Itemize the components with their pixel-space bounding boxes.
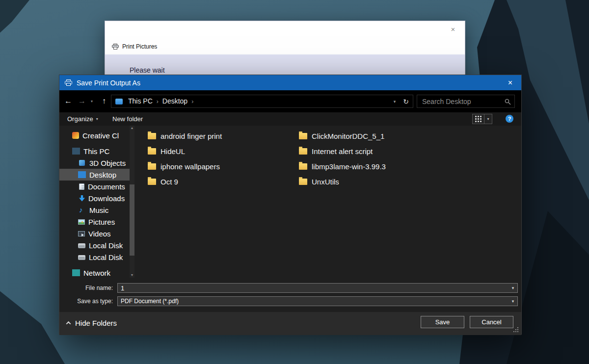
sidebar-item-local-disk-1[interactable]: Local Disk xyxy=(59,239,130,251)
dialog-footer: Hide Folders Save Cancel xyxy=(59,312,521,335)
new-folder-label: New folder xyxy=(112,115,143,123)
cancel-button[interactable]: Cancel xyxy=(470,316,513,328)
sidebar-item-label: Downloads xyxy=(88,194,125,203)
new-folder-button[interactable]: New folder xyxy=(112,112,143,126)
file-item[interactable]: android finger print xyxy=(148,129,293,144)
file-name-label: UnxUtils xyxy=(312,178,339,186)
sidebar-item-label: Videos xyxy=(88,230,111,238)
breadcrumb-item[interactable]: This PC xyxy=(125,95,156,107)
help-icon[interactable]: ? xyxy=(506,115,513,123)
sidebar-item-label: Local Disk xyxy=(89,241,123,250)
sidebar-item-label: Creative Cl xyxy=(82,131,119,140)
back-icon[interactable]: ← xyxy=(63,96,74,106)
file-name-label: android finger print xyxy=(161,132,222,140)
folder-icon xyxy=(148,148,156,155)
folder-icon xyxy=(299,133,307,139)
sidebar-item-label: This PC xyxy=(83,147,109,156)
sidebar-item-videos[interactable]: Videos xyxy=(59,228,130,239)
forward-icon[interactable]: → xyxy=(77,96,87,106)
scroll-up-icon[interactable]: ▲ xyxy=(130,126,134,130)
dialog-title: Save Print Output As xyxy=(77,79,140,87)
file-item[interactable]: iphone wallpapers xyxy=(148,159,293,174)
file-item[interactable]: ClickMonitorDDC_5_1 xyxy=(299,129,456,144)
disk-icon xyxy=(78,255,85,260)
breadcrumb-item[interactable]: Desktop xyxy=(160,95,190,107)
folder-icon xyxy=(148,133,156,139)
file-item[interactable]: Oct 9 xyxy=(148,174,293,189)
folder-icon xyxy=(148,163,156,170)
file-col-2: ClickMonitorDDC_5_1Internet alert script… xyxy=(299,129,456,189)
file-name-input[interactable] xyxy=(118,285,509,292)
organize-button[interactable]: Organize ▾ xyxy=(67,112,98,126)
sidebar-scrollbar[interactable]: ▲ ▼ xyxy=(130,126,134,278)
chevron-down-icon: ▾ xyxy=(509,299,517,304)
desktop-icon xyxy=(78,171,86,178)
search-icon[interactable] xyxy=(505,98,511,107)
resize-grip[interactable] xyxy=(513,327,519,333)
file-col-1: android finger printHideULiphone wallpap… xyxy=(148,129,293,189)
hide-folders-button[interactable]: Hide Folders xyxy=(67,319,117,327)
sidebar-item-documents[interactable]: Documents xyxy=(59,181,130,192)
file-name-label: File name: xyxy=(59,285,117,291)
save-button[interactable]: Save xyxy=(421,316,464,328)
hide-folders-label: Hide Folders xyxy=(75,319,117,327)
creative-icon xyxy=(72,132,79,139)
sidebar-item-label: Pictures xyxy=(88,218,115,226)
recent-locations-icon[interactable]: ▾ xyxy=(88,96,95,106)
sidebar-item-label: Local Disk xyxy=(89,253,123,261)
save-as-type-select[interactable]: PDF Document (*.pdf) ▾ xyxy=(117,296,518,306)
sidebar-item-label: Music xyxy=(89,206,108,214)
folder-icon xyxy=(299,148,307,155)
scrollbar-thumb[interactable] xyxy=(130,184,134,256)
sidebar-item-creative-cloud[interactable]: Creative Cl xyxy=(59,130,130,141)
sidebar-item-pictures[interactable]: Pictures xyxy=(59,216,130,228)
scroll-down-icon[interactable]: ▼ xyxy=(130,273,134,278)
cube-icon xyxy=(79,160,85,166)
sidebar-item-label: Desktop xyxy=(89,171,116,179)
file-name-label: Oct 9 xyxy=(161,178,178,186)
file-item[interactable]: UnxUtils xyxy=(299,174,456,189)
sidebar-item-desktop[interactable]: Desktop xyxy=(59,169,130,181)
change-view-button[interactable] xyxy=(472,114,484,124)
sidebar-item-downloads[interactable]: Downloads xyxy=(59,192,130,204)
save-fields: File name: ▾ Save as type: PDF Document … xyxy=(59,278,521,312)
dialog-titlebar[interactable]: Save Print Output As × xyxy=(59,75,521,90)
refresh-icon[interactable]: ↻ xyxy=(401,95,411,107)
save-as-type-label: Save as type: xyxy=(59,298,117,305)
print-pictures-title-label: Print Pictures xyxy=(122,43,157,50)
save-as-type-row: Save as type: PDF Document (*.pdf) ▾ xyxy=(59,296,518,306)
close-icon[interactable]: × xyxy=(499,75,521,90)
save-print-output-dialog: Save Print Output As × ← → ▾ ↑ This PC›D… xyxy=(59,75,522,335)
file-browser-area: Creative ClThis PC3D ObjectsDesktopDocum… xyxy=(59,126,521,278)
file-item[interactable]: Internet alert script xyxy=(299,144,456,159)
sidebar: Creative ClThis PC3D ObjectsDesktopDocum… xyxy=(59,130,130,278)
sidebar-item-local-disk-2[interactable]: Local Disk xyxy=(59,251,130,263)
file-name-label: libmp3lame-win-3.99.3 xyxy=(312,162,386,171)
sidebar-item-label: 3D Objects xyxy=(89,159,126,167)
doc-icon xyxy=(79,183,84,190)
sidebar-item-music[interactable]: Music xyxy=(59,204,130,216)
file-item[interactable]: libmp3lame-win-3.99.3 xyxy=(299,159,456,174)
download-icon xyxy=(79,195,85,202)
view-dropdown-icon[interactable]: ▾ xyxy=(484,114,492,124)
file-name-row: File name: ▾ xyxy=(59,283,518,293)
desktop: × Print Pictures Please wait xyxy=(0,0,589,364)
music-icon xyxy=(78,207,86,213)
file-name-label: ClickMonitorDDC_5_1 xyxy=(312,132,384,140)
chevron-down-icon: ▾ xyxy=(96,117,98,121)
search-input[interactable] xyxy=(417,95,502,107)
sidebar-item-this-pc[interactable]: This PC xyxy=(59,145,130,157)
location-icon xyxy=(115,99,123,104)
network-icon xyxy=(72,269,80,276)
up-icon[interactable]: ↑ xyxy=(99,96,109,106)
organize-label: Organize xyxy=(67,115,93,123)
breadcrumb[interactable]: This PC›Desktop›▾ ↻ xyxy=(111,95,413,108)
address-dropdown-icon[interactable]: ▾ xyxy=(390,95,400,107)
print-pictures-header: × Print Pictures xyxy=(105,21,465,54)
chevron-down-icon[interactable]: ▾ xyxy=(509,286,517,290)
sidebar-item-network[interactable]: Network xyxy=(59,267,130,278)
close-icon[interactable]: × xyxy=(448,25,458,33)
sidebar-item-3d-objects[interactable]: 3D Objects xyxy=(59,157,130,169)
file-item[interactable]: HideUL xyxy=(148,144,293,159)
printer-icon xyxy=(112,44,119,50)
